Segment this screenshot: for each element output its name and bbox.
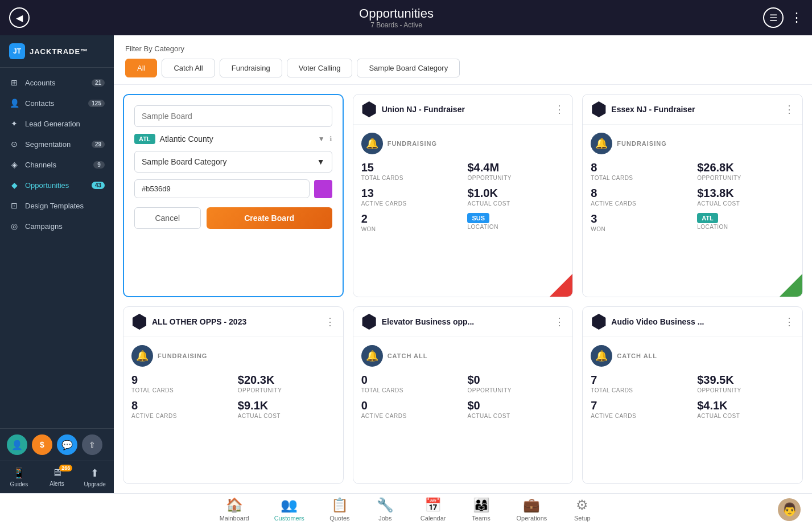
- board-menu-button[interactable]: ⋮: [325, 317, 335, 327]
- board-stats: 7 TOTAL CARDS $39.5K OPPORTUNITY 7 ACTIV…: [591, 374, 794, 419]
- board-card-header: Essex NJ - Fundraiser ⋮: [583, 95, 802, 125]
- stat-active-cards: 7 ACTIVE CARDS: [591, 399, 688, 419]
- sidebar-item-lead-generation[interactable]: ✦ Lead Generation: [0, 113, 114, 134]
- sidebar-user-icons: 👤 $ 💬 ⇧: [0, 428, 114, 461]
- stat-total-cards: 8 TOTAL CARDS: [591, 161, 688, 181]
- back-button[interactable]: ◀: [9, 7, 30, 28]
- board-content: 🔔 FUNDRAISING 9 TOTAL CARDS $20.3K OPPOR…: [123, 337, 343, 427]
- total-cards-label: TOTAL CARDS: [591, 175, 688, 181]
- opportunity-label: OPPORTUNITY: [467, 175, 564, 181]
- customers-icon: 👥: [281, 497, 298, 513]
- opportunity-label: OPPORTUNITY: [697, 387, 794, 393]
- actual-cost-label: ACTUAL COST: [238, 413, 335, 419]
- filter-btn-all[interactable]: All: [125, 59, 157, 77]
- dropdown-arrow-icon[interactable]: ▼: [318, 135, 325, 143]
- color-input[interactable]: [134, 179, 310, 198]
- board-menu-button[interactable]: ⋮: [784, 104, 794, 114]
- sidebar-item-campaigns[interactable]: ◎ Campaigns: [0, 216, 114, 236]
- quotes-label: Quotes: [329, 515, 349, 522]
- guides-btn[interactable]: 📱 Guides: [0, 461, 38, 493]
- stat-active-cards: 8 ACTIVE CARDS: [591, 187, 688, 207]
- opportunity-label: OPPORTUNITY: [238, 387, 335, 393]
- board-title: ALL OTHER OPPS - 2023: [152, 317, 246, 326]
- stat-opportunity: $20.3K OPPORTUNITY: [238, 374, 335, 393]
- total-cards-value: 15: [361, 161, 459, 174]
- share-icon-btn[interactable]: ⇧: [82, 434, 102, 455]
- sidebar-item-label: Segmentation: [25, 140, 71, 149]
- board-card-essex-nj: Essex NJ - Fundraiser ⋮ 🔔 FUNDRAISING 8 …: [582, 94, 803, 297]
- chat-icon: 💬: [61, 440, 73, 450]
- category-type-label: FUNDRAISING: [158, 352, 207, 359]
- board-menu-button[interactable]: ⋮: [554, 104, 564, 114]
- board-title: Elevator Business opp...: [382, 317, 475, 326]
- user-profile-icon[interactable]: 👤: [7, 434, 27, 455]
- filter-btn-catch-all[interactable]: Catch All: [162, 59, 215, 77]
- total-cards-label: TOTAL CARDS: [591, 387, 688, 393]
- nav-customers[interactable]: 👥 Customers: [262, 494, 317, 525]
- filter-btn-fundraising[interactable]: Fundraising: [220, 59, 282, 77]
- sidebar-logo: JT JACKTRADE™: [0, 35, 114, 68]
- active-cards-value: 0: [361, 399, 459, 412]
- sidebar-item-channels[interactable]: ◈ Channels 9: [0, 154, 114, 175]
- category-type-label: CATCH ALL: [388, 352, 428, 359]
- create-btn-row: Cancel Create Board: [134, 207, 332, 229]
- channels-icon: ◈: [9, 160, 19, 169]
- nav-calendar[interactable]: 📅 Calendar: [408, 494, 459, 525]
- alerts-badge: 266: [59, 465, 72, 471]
- cancel-button[interactable]: Cancel: [134, 207, 201, 229]
- calendar-icon: 📅: [424, 497, 442, 513]
- nav-setup[interactable]: ⚙ Setup: [559, 494, 605, 525]
- user-avatar[interactable]: 👨: [778, 498, 801, 521]
- won-label: WON: [361, 226, 459, 232]
- alerts-btn[interactable]: 266 🖥 Alerts: [38, 461, 76, 493]
- sidebar-nav: ⊞ Accounts 21 👤 Contacts 125 ✦ Lead Gene…: [0, 68, 114, 428]
- channels-badge: 9: [93, 161, 105, 169]
- total-cards-label: TOTAL CARDS: [361, 175, 459, 181]
- nav-teams[interactable]: 👨‍👩‍👧 Teams: [459, 494, 504, 525]
- color-swatch[interactable]: [314, 180, 332, 198]
- operations-label: Operations: [517, 515, 547, 522]
- filter-btn-sample-board-category[interactable]: Sample Board Category: [357, 59, 460, 77]
- stat-total-cards: 0 TOTAL CARDS: [361, 374, 459, 393]
- stat-total-cards: 7 TOTAL CARDS: [591, 374, 688, 393]
- nav-jobs[interactable]: 🔧 Jobs: [362, 494, 408, 525]
- stat-opportunity: $26.8K OPPORTUNITY: [697, 161, 794, 181]
- sidebar-item-accounts[interactable]: ⊞ Accounts 21: [0, 72, 114, 93]
- info-icon[interactable]: ℹ: [329, 135, 332, 143]
- dollar-icon-btn[interactable]: $: [32, 434, 52, 455]
- nav-operations[interactable]: 💼 Operations: [504, 494, 560, 525]
- sidebar-item-opportunities[interactable]: ◆ Opportunities 43: [0, 175, 114, 195]
- create-board-button[interactable]: Create Board: [207, 207, 332, 229]
- design-templates-icon: ⊡: [9, 201, 19, 210]
- nav-quotes[interactable]: 📋 Quotes: [317, 494, 362, 525]
- board-title: Union NJ - Fundraiser: [382, 105, 465, 114]
- menu-icon-button[interactable]: ☰: [763, 7, 784, 28]
- sidebar: JT JACKTRADE™ ⊞ Accounts 21 👤 Contacts 1…: [0, 35, 114, 493]
- active-cards-value: 7: [591, 399, 688, 412]
- top-header: ◀ Opportunities 7 Boards - Active ☰ ⋮: [0, 0, 812, 35]
- more-options-button[interactable]: ⋮: [790, 10, 803, 25]
- board-name-input[interactable]: [134, 105, 332, 127]
- segmentation-badge: 29: [92, 141, 105, 148]
- stat-actual-cost: $1.0K ACTUAL COST: [467, 187, 564, 207]
- opportunity-value: $26.8K: [697, 161, 794, 174]
- sidebar-item-contacts[interactable]: 👤 Contacts 125: [0, 93, 114, 113]
- category-dropdown-label: Sample Board Category: [142, 157, 226, 166]
- chat-icon-btn[interactable]: 💬: [57, 434, 77, 455]
- setup-icon: ⚙: [576, 497, 588, 513]
- board-menu-button[interactable]: ⋮: [554, 317, 564, 327]
- nav-mainboard[interactable]: 🏠 Mainboard: [207, 494, 262, 525]
- stat-total-cards: 15 TOTAL CARDS: [361, 161, 459, 181]
- sidebar-item-design-templates[interactable]: ⊡ Design Templates: [0, 195, 114, 216]
- stat-opportunity: $39.5K OPPORTUNITY: [697, 374, 794, 393]
- sidebar-item-segmentation[interactable]: ⊙ Segmentation 29: [0, 134, 114, 154]
- category-icon: 🔔: [591, 345, 612, 367]
- board-menu-button[interactable]: ⋮: [784, 317, 794, 327]
- upgrade-btn[interactable]: ⬆ Upgrade: [76, 461, 114, 493]
- alerts-label: Alerts: [50, 481, 64, 487]
- filter-btn-voter-calling[interactable]: Voter Calling: [287, 59, 353, 77]
- total-cards-value: 7: [591, 374, 688, 387]
- logo-text: JACKTRADE™: [30, 47, 88, 56]
- page-title: Opportunities: [359, 6, 434, 21]
- category-dropdown[interactable]: Sample Board Category ▼: [134, 151, 332, 173]
